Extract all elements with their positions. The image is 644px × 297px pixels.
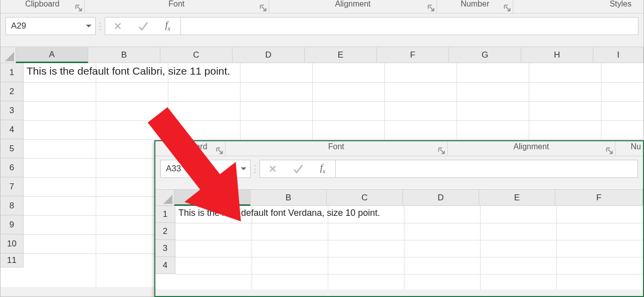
spreadsheet-grid[interactable]: A B C D E F 1 2 3 4 (155, 189, 643, 289)
column-header-c[interactable]: C (327, 190, 403, 206)
formula-bar: A33 fx (155, 156, 643, 181)
row-header[interactable]: 3 (155, 240, 175, 257)
ribbon-group-label: Font (328, 142, 344, 151)
name-box[interactable]: A29 (6, 17, 96, 35)
column-header-c[interactable]: C (160, 47, 233, 63)
ribbon-group-label: Clipboard (173, 142, 207, 151)
column-header-d[interactable]: D (233, 47, 305, 63)
row-headers: 1 2 3 4 5 6 7 8 9 10 11 (1, 63, 24, 287)
row-header[interactable]: 6 (1, 158, 24, 177)
cancel-button (260, 160, 285, 177)
column-header-a[interactable]: A (174, 190, 251, 206)
name-box[interactable]: A33 (160, 160, 251, 178)
enter-button (285, 160, 310, 177)
formula-bar: A29 fx (1, 14, 643, 39)
column-header-b[interactable]: B (88, 47, 160, 63)
column-header-a[interactable]: A (16, 47, 88, 63)
dialog-launcher-icon[interactable] (606, 147, 613, 154)
dialog-launcher-icon[interactable] (427, 5, 435, 12)
row-header[interactable]: 7 (1, 177, 24, 196)
formula-buttons: fx (105, 17, 181, 35)
ribbon-group-clipboard[interactable]: Clipboard (1, 0, 85, 13)
column-headers: A B C D E F (174, 190, 643, 206)
separator (96, 21, 105, 32)
ribbon-group-label: Styles (609, 0, 631, 9)
column-header-g[interactable]: G (449, 47, 521, 63)
column-header-h[interactable]: H (521, 47, 593, 63)
column-header-d[interactable]: D (403, 190, 479, 206)
row-header[interactable]: 5 (1, 139, 24, 158)
cancel-button (105, 18, 130, 35)
chevron-down-icon[interactable] (240, 165, 247, 172)
row-header[interactable]: 11 (1, 253, 24, 267)
name-box-value: A29 (11, 21, 26, 31)
ribbon-group-number[interactable]: Number (437, 0, 513, 13)
row-header[interactable]: 2 (1, 82, 24, 101)
ribbon-group-font[interactable]: Font (226, 141, 448, 156)
dialog-launcher-icon[interactable] (260, 5, 267, 12)
formula-input[interactable] (181, 17, 638, 35)
ribbon-group-number[interactable]: Nu (615, 141, 643, 156)
name-box-value: A33 (166, 164, 181, 174)
row-header[interactable]: 4 (155, 257, 175, 274)
ribbon-group-label: Font (168, 0, 184, 9)
chevron-down-icon[interactable] (85, 23, 92, 30)
row-header[interactable]: 3 (1, 101, 24, 120)
cell-a1-text: This is the new default font Verdana, si… (178, 208, 380, 218)
column-headers: A B C D E F G H I (16, 47, 643, 63)
ribbon-group-label: Alignment (335, 0, 370, 9)
column-header-b[interactable]: B (251, 190, 327, 206)
cells[interactable]: This is the new default font Verdana, si… (175, 206, 643, 289)
enter-button (130, 18, 155, 35)
row-headers: 1 2 3 4 (155, 206, 175, 289)
row-header[interactable]: 8 (1, 196, 24, 215)
ribbon-groups: Clipboard Font Alignment Nu (155, 141, 643, 156)
row-header[interactable]: 2 (155, 223, 175, 240)
row-header[interactable]: 1 (1, 63, 24, 82)
formula-input[interactable] (336, 160, 638, 178)
excel-window-verdana: Clipboard Font Alignment Nu A33 (154, 140, 644, 297)
ribbon-group-font[interactable]: Font (85, 0, 269, 13)
ribbon-group-clipboard[interactable]: Clipboard (155, 141, 226, 156)
ribbon-group-label: Number (461, 0, 489, 9)
dialog-launcher-icon[interactable] (75, 5, 82, 12)
formula-buttons: fx (260, 160, 336, 178)
column-header-f[interactable]: F (555, 190, 643, 206)
column-header-e[interactable]: E (479, 190, 555, 206)
ribbon-group-label: Alignment (513, 142, 549, 151)
separator (251, 163, 260, 174)
row-header[interactable]: 4 (1, 120, 24, 139)
insert-function-button[interactable]: fx (310, 160, 335, 177)
row-header[interactable]: 9 (1, 215, 24, 234)
row-header[interactable]: 10 (1, 234, 24, 253)
ribbon-groups: Clipboard Font Alignment Number Styles (1, 0, 643, 14)
dialog-launcher-icon[interactable] (438, 147, 445, 154)
select-all-corner[interactable] (155, 190, 174, 206)
ribbon-group-label: Nu (631, 142, 641, 151)
insert-function-button[interactable]: fx (155, 18, 180, 35)
row-header[interactable]: 1 (155, 206, 175, 223)
dialog-launcher-icon[interactable] (504, 5, 511, 12)
column-header-f[interactable]: F (377, 47, 449, 63)
ribbon-group-label: Clipboard (25, 0, 59, 9)
column-header-i[interactable]: I (593, 47, 643, 63)
select-all-corner[interactable] (1, 47, 16, 63)
cell-a1-text: This is the default font Calibri, size 1… (27, 65, 230, 77)
column-header-e[interactable]: E (305, 47, 377, 63)
ribbon-group-alignment[interactable]: Alignment (269, 0, 438, 13)
dialog-launcher-icon[interactable] (216, 147, 223, 154)
ribbon-group-alignment[interactable]: Alignment (448, 141, 615, 156)
ribbon-group-styles[interactable]: Styles (513, 0, 643, 13)
